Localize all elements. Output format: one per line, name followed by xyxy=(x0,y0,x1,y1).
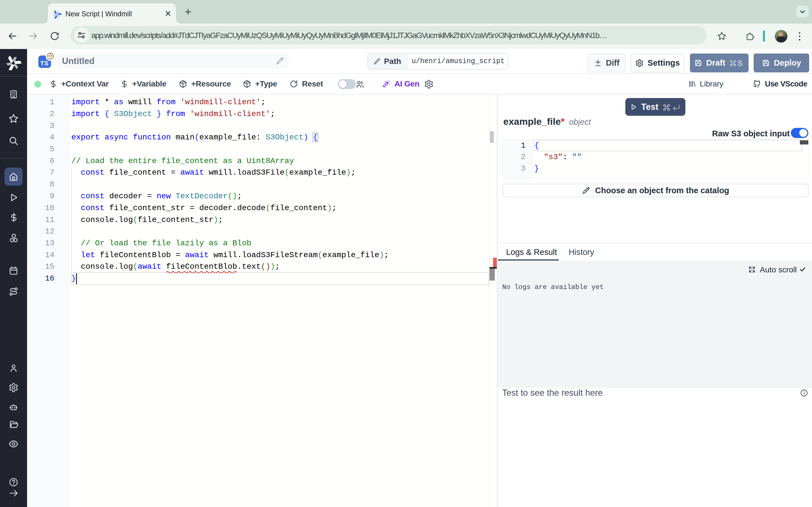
svg-text:S: S xyxy=(738,59,743,67)
